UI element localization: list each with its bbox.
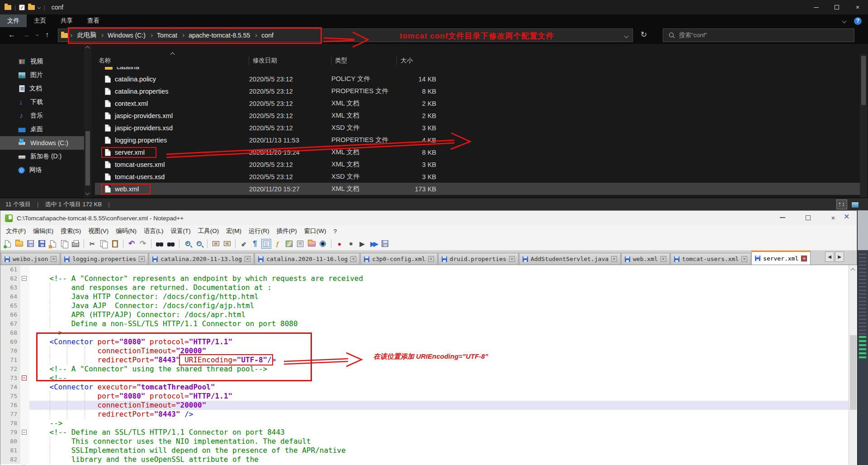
thumbnail-view-button[interactable]: [849, 199, 860, 209]
fold-margin[interactable]: [20, 365, 29, 374]
fold-margin[interactable]: [20, 301, 29, 310]
menu-item-10[interactable]: 插件(P): [273, 227, 301, 235]
scroll-down-icon[interactable]: [85, 191, 90, 195]
file-row[interactable]: catalina: [95, 67, 860, 73]
folder-icon[interactable]: [28, 5, 35, 10]
fold-margin[interactable]: [20, 346, 29, 356]
recent-locations-chevron-icon[interactable]: [36, 33, 39, 36]
address-dropdown-chevron-icon[interactable]: [624, 34, 629, 38]
sync-horizontal-icon[interactable]: [222, 239, 232, 249]
column-header-1[interactable]: 修改日期: [249, 56, 331, 65]
fold-margin[interactable]: [20, 401, 29, 410]
code-editor[interactable]: 6162 <!-- A "Connector" represents an en…: [0, 265, 849, 465]
minimize-button[interactable]: [770, 211, 795, 224]
tab-close-icon[interactable]: ✕: [741, 256, 747, 262]
indent-guide-icon[interactable]: [261, 239, 271, 249]
menu-item-11[interactable]: 窗口(W): [301, 227, 330, 235]
file-row[interactable]: server.xml2020/11/20 15:24XML 文档8 KB: [95, 146, 860, 158]
chevron-down-icon[interactable]: [38, 5, 41, 9]
word-wrap-icon[interactable]: ⇙: [239, 239, 249, 249]
breadcrumb-item-apache-tomcat-8-5-55[interactable]: apache-tomcat-8.5.55: [187, 31, 252, 40]
close-button[interactable]: ×: [821, 211, 846, 224]
fold-margin[interactable]: [20, 392, 29, 401]
fold-margin[interactable]: [20, 274, 29, 283]
print-icon[interactable]: [71, 239, 80, 249]
forward-icon[interactable]: →: [23, 31, 30, 39]
save-all-icon[interactable]: [37, 239, 47, 249]
redo-icon[interactable]: ↷: [138, 239, 148, 249]
sidebar-item-videos[interactable]: 视频: [0, 55, 84, 68]
scroll-up-icon[interactable]: [851, 268, 855, 273]
refresh-icon[interactable]: ↻: [635, 28, 653, 42]
file-row[interactable]: web.xml2020/11/20 15:27XML 文档173 KB: [95, 183, 860, 195]
ribbon-tab-share[interactable]: 共享: [53, 14, 80, 27]
close-button[interactable]: ×: [847, 0, 868, 14]
close-document-icon[interactable]: ✕: [844, 213, 849, 221]
fold-margin[interactable]: [20, 310, 29, 319]
back-icon[interactable]: ←: [8, 31, 15, 39]
new-file-icon[interactable]: [3, 239, 13, 249]
find-icon[interactable]: [155, 239, 165, 249]
paste-icon[interactable]: [110, 239, 120, 249]
sidebar-item-drive-d[interactable]: 新加卷 (D:): [0, 150, 84, 163]
column-header-3[interactable]: 大小: [397, 56, 440, 65]
tab-close-icon[interactable]: ✕: [611, 256, 617, 262]
fold-margin[interactable]: [20, 337, 29, 346]
file-row[interactable]: tomcat-users.xsd2020/5/5 23:12XSD 文件3 KB: [95, 171, 860, 183]
menu-item-7[interactable]: 工具(O): [194, 227, 223, 235]
tab-close-icon[interactable]: ✕: [350, 256, 356, 262]
menu-item-9[interactable]: 运行(R): [245, 227, 273, 235]
folder-as-workspace-icon[interactable]: [307, 239, 316, 249]
maximize-button[interactable]: [826, 0, 847, 14]
file-row[interactable]: tomcat-users.xml2020/5/5 23:12XML 文档3 KB: [95, 158, 860, 171]
tab-close-icon[interactable]: ✕: [245, 256, 250, 262]
editor-tab[interactable]: catalina.2020-11-16.log✕: [255, 253, 360, 265]
tab-close-icon[interactable]: ✕: [428, 256, 434, 262]
zoom-in-icon[interactable]: +: [183, 239, 193, 249]
fold-margin[interactable]: [20, 265, 29, 274]
fold-collapse-icon[interactable]: [22, 276, 27, 281]
replace-icon[interactable]: [166, 239, 176, 249]
properties-check-icon[interactable]: ✓: [19, 5, 25, 10]
column-header-2[interactable]: 类型: [331, 56, 397, 65]
menu-item-8[interactable]: 宏(M): [222, 227, 245, 235]
menu-item-3[interactable]: 视图(V): [85, 227, 112, 235]
macro-play-icon[interactable]: ▶: [357, 239, 367, 249]
fold-margin[interactable]: [20, 328, 29, 337]
fold-margin[interactable]: [20, 292, 29, 301]
tab-close-icon[interactable]: ✕: [139, 256, 145, 262]
ribbon-tab-file[interactable]: 文件: [0, 14, 27, 27]
editor-tab[interactable]: server.xml✕: [751, 251, 811, 265]
fold-margin[interactable]: [20, 437, 29, 446]
fold-margin[interactable]: [20, 319, 29, 328]
fold-margin[interactable]: [20, 410, 29, 419]
tab-close-icon[interactable]: ✕: [660, 256, 666, 262]
up-icon[interactable]: ↑: [45, 31, 49, 39]
fold-margin[interactable]: [20, 455, 29, 464]
function-list-icon[interactable]: ƒ: [273, 239, 283, 249]
document-map-icon[interactable]: [284, 239, 294, 249]
ribbon-tab-view[interactable]: 查看: [80, 14, 107, 27]
editor-tab[interactable]: weibo.json✕: [1, 253, 60, 265]
cut-icon[interactable]: ✂: [87, 239, 97, 249]
breadcrumb-item-this-pc[interactable]: 此电脑: [75, 30, 98, 40]
sync-vertical-icon[interactable]: [211, 239, 221, 249]
file-row[interactable]: logging.properties2020/11/13 11:53PROPER…: [95, 134, 860, 146]
editor-tab[interactable]: AddStudentServlet.java✕: [519, 253, 621, 265]
fold-margin[interactable]: [20, 419, 29, 428]
file-row[interactable]: catalina.policy2020/5/5 23:12POLICY 文件14…: [95, 73, 860, 85]
sidebar-item-music[interactable]: 音乐: [0, 109, 84, 123]
breadcrumb-item-windows-c[interactable]: Windows (C:): [106, 31, 147, 40]
fold-margin[interactable]: [20, 428, 29, 437]
sidebar-item-downloads[interactable]: 下载: [0, 95, 84, 109]
maximize-button[interactable]: [795, 211, 821, 224]
file-row[interactable]: jaspic-providers.xml2020/5/5 23:12XML 文档…: [95, 109, 860, 122]
menu-item-4[interactable]: 编码(N): [112, 227, 140, 235]
menu-item-1[interactable]: 编辑(E): [29, 227, 57, 235]
open-icon[interactable]: [14, 239, 24, 249]
tab-close-icon[interactable]: ✕: [51, 256, 57, 262]
sidebar-scrollbar[interactable]: [84, 44, 91, 198]
scroll-up-icon[interactable]: [85, 46, 90, 51]
editor-tab[interactable]: c3p0-config.xml✕: [360, 253, 437, 265]
save-icon[interactable]: [25, 239, 35, 249]
